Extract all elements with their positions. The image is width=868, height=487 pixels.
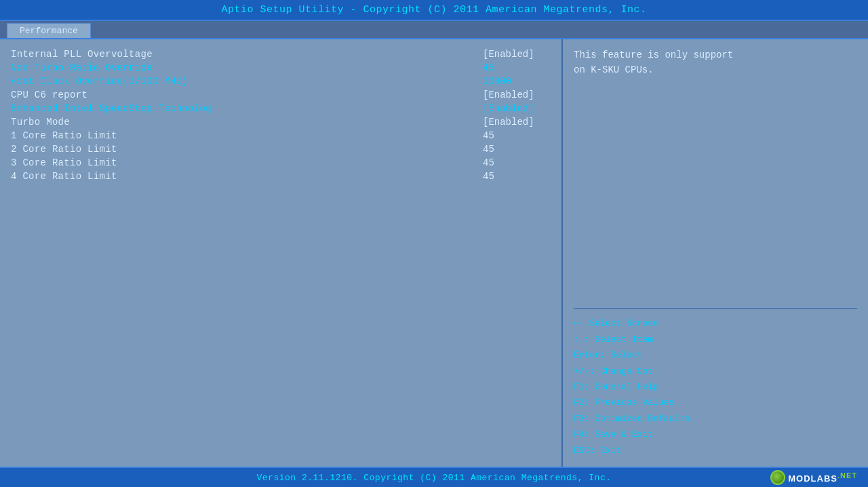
setting-value-1: 45	[469, 62, 551, 73]
setting-value-4: [Enabled]	[469, 103, 551, 114]
right-panel: This feature is only supporton K-SKU CPU…	[563, 39, 868, 467]
shortcut-1: ↑↓: Select Item	[574, 332, 857, 347]
setting-value-0: [Enabled]	[469, 49, 551, 60]
setting-value-2: 10000	[469, 76, 551, 87]
setting-label-1: Non Turbo Ratio Override	[11, 62, 153, 73]
shortcut-0: ↔: Select Screen	[574, 315, 857, 331]
header-title: Aptio Setup Utility - Copyright (C) 2011…	[221, 4, 646, 16]
shortcut-5: F2: Previous Values	[574, 395, 857, 410]
setting-row-3[interactable]: CPU C6 report [Enabled]	[11, 88, 551, 102]
setting-value-9: 45	[469, 171, 551, 182]
modlabs-logo: MODLABS.NET	[770, 470, 857, 485]
setting-value-7: 45	[469, 144, 551, 155]
shortcut-8: ESC: Exit	[574, 443, 857, 459]
settings-table: Internal PLL Overvoltage [Enabled] Non T…	[11, 47, 551, 183]
setting-row-5[interactable]: Turbo Mode [Enabled]	[11, 115, 551, 129]
tab-row: Performance	[0, 21, 868, 39]
setting-label-5: Turbo Mode	[11, 117, 70, 128]
shortcut-2: Enter: Select	[574, 347, 857, 363]
setting-value-6: 45	[469, 130, 551, 141]
footer-text: Version 2.11.1210. Copyright (C) 2011 Am…	[257, 473, 612, 483]
setting-row-8[interactable]: 3 Core Ratio Limit 45	[11, 156, 551, 170]
setting-label-4: Enhanced Intel SpeedStep Technolog	[11, 103, 212, 114]
shortcut-4: F1: General Help	[574, 379, 857, 395]
setting-label-7: 2 Core Ratio Limit	[11, 144, 117, 155]
help-text: This feature is only supporton K-SKU CPU…	[574, 47, 857, 301]
setting-value-3: [Enabled]	[469, 90, 551, 100]
setting-row-1[interactable]: Non Turbo Ratio Override 45	[11, 61, 551, 75]
left-panel: Internal PLL Overvoltage [Enabled] Non T…	[0, 39, 563, 467]
setting-row-9[interactable]: 4 Core Ratio Limit 45	[11, 170, 551, 183]
setting-value-5: [Enabled]	[469, 117, 551, 128]
shortcut-3: +/-: Change Opt.	[574, 364, 857, 379]
setting-row-2[interactable]: Host Clock Override(1/100 MHz) 10000	[11, 75, 551, 88]
setting-row-0[interactable]: Internal PLL Overvoltage [Enabled]	[11, 47, 551, 61]
setting-label-3: CPU C6 report	[11, 90, 87, 100]
modlabs-name: MODLABS.NET	[788, 471, 857, 484]
tab-performance[interactable]: Performance	[7, 23, 91, 38]
setting-label-9: 4 Core Ratio Limit	[11, 171, 117, 182]
shortcut-7: F4: Save & Exit	[574, 427, 857, 442]
setting-value-8: 45	[469, 157, 551, 168]
setting-row-6[interactable]: 1 Core Ratio Limit 45	[11, 129, 551, 142]
help-content: This feature is only supporton K-SKU CPU…	[574, 50, 733, 75]
shortcut-list: ↔: Select Screen ↑↓: Select Item Enter: …	[574, 315, 857, 459]
setting-row-7[interactable]: 2 Core Ratio Limit 45	[11, 142, 551, 156]
setting-label-6: 1 Core Ratio Limit	[11, 130, 117, 141]
setting-row-4[interactable]: Enhanced Intel SpeedStep Technolog [Enab…	[11, 102, 551, 115]
shortcut-6: F3: Optimized Defaults	[574, 411, 857, 427]
footer-bar: Version 2.11.1210. Copyright (C) 2011 Am…	[0, 467, 868, 487]
setting-label-0: Internal PLL Overvoltage	[11, 49, 153, 60]
main-content: Internal PLL Overvoltage [Enabled] Non T…	[0, 39, 868, 467]
modlabs-icon	[770, 470, 785, 485]
panel-divider	[574, 308, 857, 309]
setting-label-8: 3 Core Ratio Limit	[11, 157, 117, 168]
header-bar: Aptio Setup Utility - Copyright (C) 2011…	[0, 0, 868, 21]
setting-label-2: Host Clock Override(1/100 MHz)	[11, 76, 188, 87]
